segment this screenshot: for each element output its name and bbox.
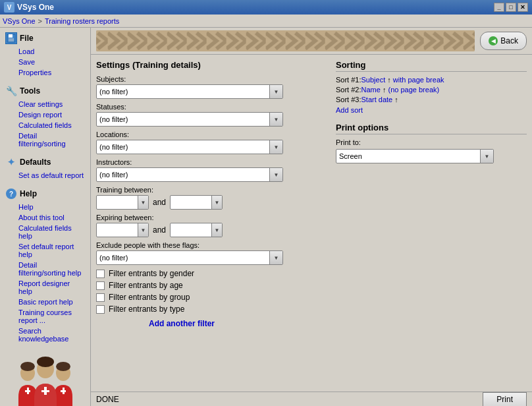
sidebar-item-help[interactable]: Help [0,202,90,212]
sidebar-item-report-designer-help[interactable]: Report designer help [0,278,90,297]
breadcrumb-root[interactable]: VSys One [3,17,36,25]
filter-age-checkbox[interactable] [96,281,105,290]
sort-1-row: Sort #1:Subject ↑ with page break [336,76,527,84]
sidebar-file-header: File [0,30,90,46]
add-sort-link[interactable]: Add sort [336,106,363,114]
breadcrumb-separator: > [38,17,42,25]
svg-rect-15 [44,387,47,395]
wrench-icon: 🔧 [5,85,17,97]
locations-dropdown[interactable]: (no filter) ▼ [96,140,283,154]
subjects-dropdown[interactable]: (no filter) ▼ [96,84,283,99]
sort1-break-link[interactable]: with page break [393,76,444,84]
locations-value: (no filter) [99,143,128,151]
sort3-field-link[interactable]: Start date [361,96,393,103]
sidebar-section-tools: 🔧 Tools Clear settings Design report Cal… [0,83,90,149]
sidebar-help-label: Help [20,189,37,198]
sidebar-item-save[interactable]: Save [0,57,90,67]
expiring-from-arrow: ▼ [138,223,148,237]
sort2-field-link[interactable]: Name [361,86,381,94]
sidebar-item-set-default[interactable]: Set as default report [0,170,90,181]
sort-3-row: Sort #3:Start date ↑ [336,96,527,103]
sort3-prefix: Sort #3: [336,96,361,103]
add-another-filter-link[interactable]: Add another filter [149,319,331,328]
breadcrumb-current[interactable]: Training rosters reports [45,17,119,25]
svg-rect-7 [27,388,29,394]
sort1-prefix: Sort #1: [336,76,361,84]
statuses-value: (no filter) [99,115,128,123]
sort2-prefix: Sort #2: [336,86,361,94]
sidebar-help-header: ? Help [0,186,90,202]
svg-point-8 [20,362,35,371]
app-title: VSys One [17,3,54,12]
filter-age-row: Filter entrants by age [96,281,331,290]
sorting-section-title: Sorting [336,60,527,72]
back-arrow-icon: ◀ [489,36,498,45]
training-from-dropdown[interactable]: ▼ [96,195,149,210]
window-controls[interactable]: _ □ ✕ [494,3,528,12]
avatar-illustration [9,351,82,406]
training-between-label: Training between: [96,186,331,194]
sidebar-tools-label: Tools [20,86,40,96]
sidebar-section-defaults: ✦ Defaults Set as default report [0,154,90,181]
expiring-to-dropdown[interactable]: ▼ [170,223,223,237]
sidebar-section-help: ? Help Help About this tool Calculated f… [0,186,90,344]
sidebar-item-calc-fields-help[interactable]: Calculated fields help [0,223,90,241]
expiring-from-dropdown[interactable]: ▼ [96,223,149,237]
print-options-title: Print options [336,123,527,134]
sort1-field-link[interactable]: Subject [361,76,386,84]
training-and-label: and [153,198,166,207]
help-icon: ? [6,188,16,199]
svg-rect-2 [9,38,14,42]
print-button[interactable]: Print [483,392,527,407]
close-button[interactable]: ✕ [518,3,528,12]
statuses-dropdown[interactable]: (no filter) ▼ [96,112,283,127]
sidebar-item-basic-report-help[interactable]: Basic report help [0,297,90,307]
back-label: Back [500,36,518,45]
minimize-button[interactable]: _ [494,3,504,12]
sort2-break-link[interactable]: (no page break) [388,86,440,94]
panels: Settings (Training details) Subjects: (n… [91,55,532,392]
training-between-dates: ▼ and ▼ [96,195,331,210]
sidebar-item-search-kb[interactable]: Search knowledgebase [0,326,90,344]
filter-gender-checkbox[interactable] [96,270,105,278]
sidebar-item-about[interactable]: About this tool [0,212,90,223]
svg-rect-18 [96,30,475,51]
sidebar-defaults-label: Defaults [20,158,51,167]
instructors-dropdown[interactable]: (no filter) ▼ [96,167,283,182]
print-to-label: Print to: [336,138,527,146]
statuses-label: Statuses: [96,103,331,111]
filter-group-checkbox[interactable] [96,293,105,302]
sidebar-item-design-report[interactable]: Design report [0,109,90,120]
settings-panel-title: Settings (Training details) [96,60,331,70]
main-container: File Load Save Properties 🔧 Tools Clear … [0,28,532,406]
sidebar-defaults-header: ✦ Defaults [0,154,90,170]
training-from-arrow: ▼ [138,196,148,209]
back-button[interactable]: ◀ Back [480,32,527,50]
star-icon: ✦ [5,156,17,168]
training-to-dropdown[interactable]: ▼ [170,195,223,210]
sidebar-item-detail-filtering[interactable]: Detail filtering/sorting [0,130,90,149]
sort-2-row: Sort #2:Name ↑ (no page break) [336,86,527,94]
instructors-row: Instructors: (no filter) ▼ [96,158,331,182]
locations-row: Locations: (no filter) ▼ [96,130,331,154]
sort2-arrow: ↑ [383,86,386,94]
sidebar-item-detail-filter-help[interactable]: Detail filtering/sorting help [0,260,90,278]
maximize-button[interactable]: □ [506,3,516,12]
print-to-dropdown[interactable]: Screen ▼ [336,149,494,163]
exclude-flags-row: Exclude people with these flags: (no fil… [96,241,331,265]
sidebar-tools-header: 🔧 Tools [0,83,90,99]
filter-type-row: Filter entrants by type [96,304,331,314]
print-to-value: Screen [339,152,362,160]
svg-point-12 [56,362,70,371]
sidebar-item-set-default-help[interactable]: Set default report help [0,241,90,260]
filter-group-row: Filter entrants by group [96,293,331,302]
filter-type-checkbox[interactable] [96,305,105,314]
subjects-value: (no filter) [99,88,128,96]
sidebar-item-clear-settings[interactable]: Clear settings [0,99,90,109]
sidebar-item-properties[interactable]: Properties [0,67,90,78]
sidebar-item-training-courses-help[interactable]: Training courses report ... [0,307,90,326]
toolbar: ◀ Back [91,28,532,55]
sidebar-item-calculated-fields[interactable]: Calculated fields [0,120,90,130]
exclude-flags-dropdown[interactable]: (no filter) ▼ [96,250,283,265]
sidebar-item-load[interactable]: Load [0,46,90,57]
